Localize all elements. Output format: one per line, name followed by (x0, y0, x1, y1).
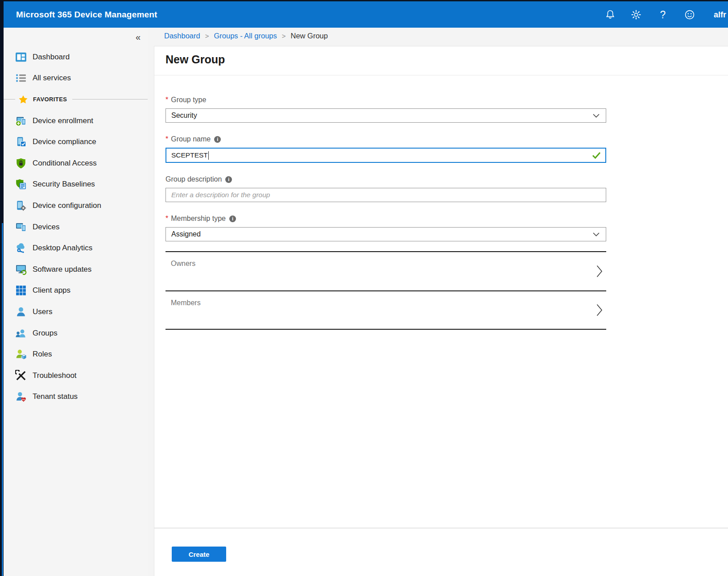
sidebar-item-label: Tenant status (33, 392, 78, 401)
group-name-input[interactable]: SCEPTEST (165, 148, 606, 163)
sidebar-item-tenant-status[interactable]: Tenant status (4, 386, 148, 408)
sidebar-item-label: Troubleshoot (33, 371, 77, 380)
sidebar-item-conditional-access[interactable]: Conditional Access (4, 153, 148, 174)
settings-gear-icon[interactable] (630, 9, 642, 21)
footer-divider (154, 528, 728, 528)
group-name-value: SCEPTEST (171, 151, 208, 159)
app-header: Microsoft 365 Device Management ? alfr (0, 1, 728, 28)
portal-left-rail (0, 0, 4, 576)
group-name-label: * Group name i (165, 134, 606, 144)
help-icon[interactable]: ? (657, 9, 669, 21)
membership-type-label: * Membership type i (165, 214, 606, 224)
members-label: Members (171, 299, 201, 307)
sidebar-item-troubleshoot[interactable]: Troubleshoot (4, 365, 148, 386)
breadcrumb-separator-icon: > (205, 32, 209, 40)
required-marker: * (165, 135, 168, 143)
chevron-right-icon (596, 265, 603, 278)
sidebar: « Dashboard All services (4, 28, 148, 576)
app-title: Microsoft 365 Device Management (16, 10, 157, 20)
group-description-label: Group description i (165, 174, 606, 184)
group-type-field: * Group type Security (165, 95, 606, 123)
sidebar-item-desktop-analytics[interactable]: Desktop Analytics (4, 237, 148, 259)
new-group-form: * Group type Security * Group name i SCE… (165, 95, 606, 330)
sidebar-item-label: Device enrollment (33, 116, 93, 125)
members-section[interactable]: Members (165, 290, 606, 330)
info-icon[interactable]: i (229, 215, 236, 222)
sidebar-item-label: Roles (33, 350, 52, 359)
sidebar-item-label: Users (33, 307, 52, 316)
sidebar-item-label: Dashboard (33, 53, 70, 62)
all-services-icon (15, 72, 27, 84)
owners-section[interactable]: Owners (165, 251, 606, 290)
sidebar-item-label: Device configuration (33, 201, 101, 210)
roles-icon (15, 348, 27, 360)
sidebar-item-devices[interactable]: Devices (4, 216, 148, 238)
client-apps-icon (15, 285, 27, 296)
sidebar-item-users[interactable]: Users (4, 301, 148, 323)
device-enrollment-icon (15, 115, 27, 127)
group-type-label: * Group type (165, 95, 606, 105)
sidebar-item-client-apps[interactable]: Client apps (4, 280, 148, 302)
dashboard-icon (15, 51, 27, 63)
group-description-field: Group description i (165, 174, 606, 202)
sidebar-item-security-baselines[interactable]: Security Baselines (4, 174, 148, 195)
account-name[interactable]: alfr (714, 10, 726, 19)
feedback-smiley-icon[interactable] (684, 9, 695, 21)
favorites-divider-right (72, 99, 148, 99)
groups-icon (15, 327, 27, 339)
sidebar-item-dashboard[interactable]: Dashboard (4, 46, 148, 68)
page-title: New Group (154, 46, 728, 75)
sidebar-item-label: Security Baselines (33, 180, 95, 189)
sidebar-item-software-updates[interactable]: Software updates (4, 259, 148, 280)
group-type-value: Security (171, 112, 197, 120)
info-icon[interactable]: i (214, 136, 221, 143)
chevron-down-icon (593, 232, 600, 236)
group-type-select[interactable]: Security (165, 108, 606, 123)
rail-accent-bar (2, 223, 3, 576)
title-divider (154, 75, 728, 75)
window-top-edge (0, 0, 728, 1)
favorites-label: FAVORITES (33, 96, 67, 103)
required-marker: * (165, 96, 168, 104)
chevron-right-icon (596, 304, 603, 316)
software-updates-icon (15, 264, 27, 275)
breadcrumb-groups-all-groups[interactable]: Groups - All groups (214, 32, 277, 40)
devices-icon (15, 221, 27, 233)
sidebar-item-roles[interactable]: Roles (4, 344, 148, 365)
notifications-bell-icon[interactable] (604, 9, 616, 21)
favorites-divider-left (4, 99, 15, 99)
membership-type-value: Assigned (171, 230, 201, 238)
device-configuration-icon (15, 200, 27, 211)
favorites-section-header: FAVORITES (4, 89, 148, 110)
group-sections: Owners Members (165, 251, 606, 330)
security-baselines-icon (15, 178, 27, 190)
sidebar-item-all-services[interactable]: All services (4, 68, 148, 89)
membership-type-select[interactable]: Assigned (165, 227, 606, 241)
sidebar-collapse-icon[interactable]: « (136, 33, 141, 41)
breadcrumb-dashboard[interactable]: Dashboard (164, 32, 200, 40)
users-icon (15, 306, 27, 318)
sidebar-item-device-configuration[interactable]: Device configuration (4, 195, 148, 216)
sidebar-item-groups[interactable]: Groups (4, 323, 148, 344)
valid-check-icon (592, 152, 601, 159)
sidebar-item-label: Client apps (33, 286, 70, 295)
owners-label: Owners (171, 260, 195, 268)
sidebar-item-label: Groups (33, 329, 58, 338)
breadcrumb-separator-icon: > (282, 32, 286, 40)
group-description-input[interactable] (165, 188, 606, 202)
sidebar-item-device-compliance[interactable]: Device compliance (4, 131, 148, 153)
favorites-star-icon (18, 95, 28, 104)
new-group-blade: New Group * Group type Security * Group … (154, 46, 728, 576)
sidebar-item-label: Devices (33, 223, 59, 232)
sidebar-item-device-enrollment[interactable]: Device enrollment (4, 110, 148, 132)
info-icon[interactable]: i (225, 176, 232, 183)
text-cursor (208, 151, 209, 160)
sidebar-item-label: Software updates (33, 265, 91, 274)
breadcrumb-current: New Group (291, 32, 328, 40)
sidebar-item-label: All services (33, 74, 71, 83)
conditional-access-icon (15, 157, 27, 169)
chevron-down-icon (593, 114, 600, 118)
group-name-field: * Group name i SCEPTEST (165, 134, 606, 163)
breadcrumb: Dashboard > Groups - All groups > New Gr… (164, 32, 328, 40)
create-button[interactable]: Create (172, 547, 226, 562)
